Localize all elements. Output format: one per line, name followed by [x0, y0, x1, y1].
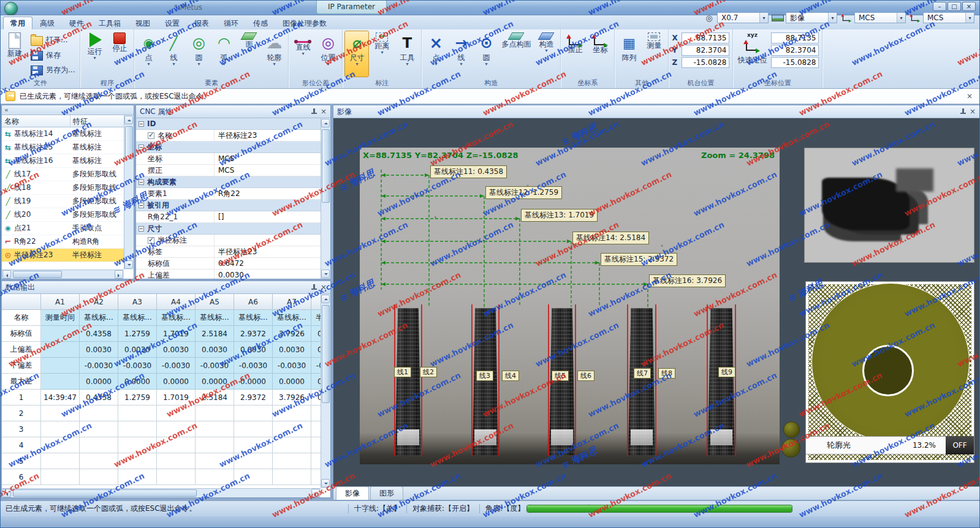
line-label[interactable]: 线9	[718, 367, 735, 377]
scroll-left-icon[interactable]	[2, 489, 11, 497]
ribbon-item-line[interactable]: ╱线▾	[161, 31, 186, 77]
pin-icon[interactable]	[960, 108, 966, 116]
elements-panel-collapse[interactable]: «	[2, 105, 134, 115]
panel-close-icon[interactable]: ×	[970, 108, 976, 115]
element-row[interactable]: ╱线17多段矩形取线	[2, 168, 124, 181]
column-header-name[interactable]: 名称	[2, 115, 70, 127]
combo-coordinate-system[interactable]: MCS▾	[854, 12, 906, 23]
elements-vertical-scrollbar[interactable]	[124, 115, 134, 270]
scroll-right-icon[interactable]	[311, 489, 320, 497]
pin-icon[interactable]	[311, 108, 317, 116]
scroll-up-icon[interactable]	[321, 119, 330, 127]
ribbon-item-straightness[interactable]: 直线▾	[291, 31, 315, 77]
elements-horizontal-scrollbar[interactable]	[2, 270, 124, 279]
ribbon-item-quick-position[interactable]: xyz快速定位	[735, 31, 769, 77]
scroll-up-icon[interactable]	[124, 116, 133, 124]
combo-alignment-system[interactable]: MCS▾	[923, 12, 974, 23]
ribbon-item-align[interactable]: 摆正	[563, 31, 587, 77]
property-value[interactable]: 半径标注23	[215, 247, 321, 257]
element-row[interactable]: ╱线19多段矩形取线	[2, 195, 124, 208]
property-section[interactable]: 构成要素	[136, 176, 321, 188]
tab-hardware[interactable]: 硬件	[62, 17, 91, 29]
ribbon-item-open[interactable]: 打开...	[28, 33, 78, 47]
light-off-button[interactable]: OFF	[946, 436, 974, 454]
message-close-icon[interactable]: ×	[965, 92, 974, 100]
tab-home[interactable]: 常用	[3, 17, 32, 29]
ribbon-item-c-point[interactable]: ×点▾	[424, 31, 448, 77]
measurement-label[interactable]: 基线标注13: 1.7019	[521, 209, 598, 222]
ribbon-item-c-line[interactable]: →线▾	[449, 31, 473, 77]
tab-image-params[interactable]: 图像处理参数	[275, 17, 334, 29]
ribbon-item-save[interactable]: 保存	[28, 49, 78, 62]
line-label[interactable]: 线8	[658, 368, 675, 379]
measurement-label[interactable]: 基线标注14: 2.5184	[572, 232, 649, 244]
property-value[interactable]: 0.6472	[215, 259, 321, 268]
scroll-thumb[interactable]	[322, 305, 330, 403]
collapse-icon[interactable]	[139, 179, 144, 185]
scroll-thumb[interactable]	[13, 271, 62, 278]
collapse-icon[interactable]	[139, 203, 144, 208]
element-row[interactable]: ╱线20多段矩形取线	[2, 208, 124, 222]
camera-image[interactable]: X=88.7135 Y=82.3704 Z=-15.0828 Zoom = 24…	[360, 148, 780, 464]
line-label[interactable]: 线2	[420, 367, 437, 377]
ribbon-item-plane[interactable]: 面▾	[237, 31, 261, 77]
checkbox-icon[interactable]	[148, 237, 154, 244]
combo-display-mode[interactable]: 影像▾	[786, 12, 837, 23]
scroll-thumb[interactable]	[13, 489, 197, 497]
ribbon-item-c-circle[interactable]: ⊙圆▾	[474, 31, 498, 77]
measurement-label[interactable]: 基线标注12: 1.2759	[485, 186, 562, 199]
ribbon-item-array[interactable]: ▦阵列	[617, 31, 641, 77]
property-value[interactable]: 半径标注23	[215, 130, 321, 141]
view-tab-graphic[interactable]: 图形	[370, 486, 403, 500]
scroll-down-icon[interactable]	[124, 260, 133, 269]
property-section[interactable]: ID	[136, 118, 321, 130]
tab-advanced[interactable]: 高级	[32, 17, 62, 29]
ribbon-item-stop[interactable]: 停止	[107, 31, 132, 77]
panel-close-icon[interactable]: ×	[321, 284, 327, 291]
measurement-label[interactable]: 基线标注16: 3.7926	[649, 274, 726, 287]
element-row[interactable]: ⇆基线标注15基线标注	[2, 141, 124, 154]
line-label[interactable]: 线4	[502, 371, 519, 381]
property-section[interactable]: 坐标	[136, 141, 321, 153]
ribbon-item-size[interactable]: ⌀尺寸▾	[344, 31, 369, 77]
scroll-right-icon[interactable]	[115, 270, 123, 279]
property-value[interactable]: MCS	[215, 154, 321, 163]
ribbon-item-coord[interactable]: 坐标	[588, 31, 612, 77]
measurement-label[interactable]: 基线标注11: 0.4358	[430, 165, 507, 178]
property-value[interactable]: 0.0030	[215, 271, 321, 279]
data-horizontal-scrollbar[interactable]	[2, 488, 321, 497]
property-section[interactable]: 尺寸	[136, 223, 321, 235]
ribbon-item-run[interactable]: 运行▾	[82, 31, 107, 77]
checkbox-icon[interactable]	[148, 132, 154, 139]
ribbon-item-circle[interactable]: ◎圆▾	[186, 31, 211, 77]
element-row[interactable]: ⊙半径标注23半径标注	[2, 249, 124, 262]
ribbon-item-point[interactable]: ◉点▾	[136, 31, 161, 77]
ribbon-item-c-face[interactable]: 多点构面	[499, 31, 533, 77]
data-vertical-scrollbar[interactable]	[321, 294, 330, 488]
ribbon-item-measure[interactable]: 测量	[642, 31, 666, 77]
tab-toolbox[interactable]: 工具箱	[91, 17, 128, 29]
collapse-icon[interactable]	[139, 145, 144, 150]
scroll-up-icon[interactable]	[321, 295, 330, 303]
tab-settings[interactable]: 设置	[158, 17, 187, 29]
property-value[interactable]: MCS	[215, 166, 321, 175]
line-label[interactable]: 线3	[476, 371, 493, 381]
line-label[interactable]: 线1	[394, 367, 411, 377]
ribbon-item-distance[interactable]: 距离▾	[370, 31, 394, 77]
property-value[interactable]: R角22	[215, 189, 321, 199]
light-channel-icon[interactable]	[781, 439, 800, 458]
ring-light-widget[interactable]: 轮廓光 13.2% OFF	[805, 281, 974, 463]
scroll-down-icon[interactable]	[321, 270, 330, 278]
ribbon-item-position[interactable]: ◎位置▾	[316, 31, 340, 77]
pin-icon[interactable]	[311, 284, 317, 292]
ribbon-item-arc[interactable]: ◠弧▾	[211, 31, 236, 77]
floating-tab-ip-parameter[interactable]: IP Parameter	[316, 1, 387, 14]
tab-report[interactable]: 报表	[187, 17, 216, 29]
ribbon-item-new[interactable]: 新建	[2, 31, 27, 77]
line-label[interactable]: 线5	[552, 371, 569, 381]
ribbon-item-c-build[interactable]: 构造▾	[534, 31, 558, 77]
scroll-left-icon[interactable]	[2, 270, 11, 279]
element-row[interactable]: ⌐R角22构造R角	[2, 235, 124, 249]
element-row[interactable]: ⇆基线标注14基线标注	[2, 127, 124, 141]
scroll-down-icon[interactable]	[321, 479, 330, 488]
